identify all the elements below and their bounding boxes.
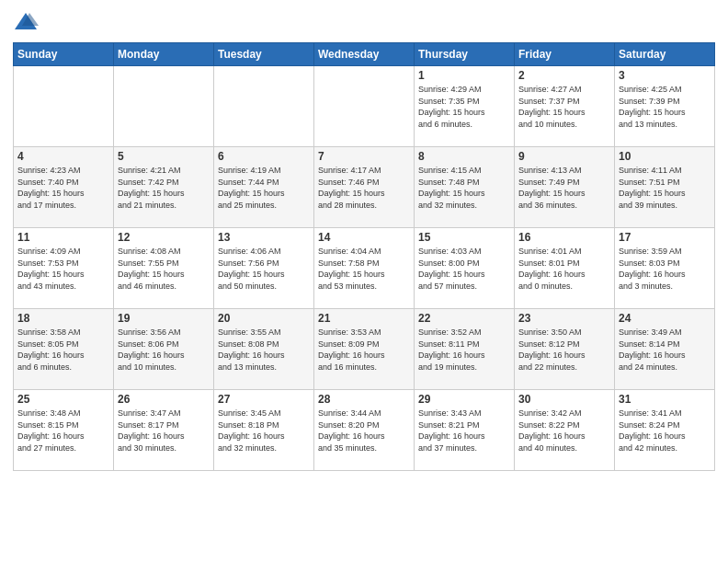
day-cell: 20Sunrise: 3:55 AM Sunset: 8:08 PM Dayli… [214, 309, 314, 390]
day-info: Sunrise: 3:52 AM Sunset: 8:11 PM Dayligh… [418, 327, 510, 373]
day-number: 16 [518, 231, 610, 244]
weekday-header-thursday: Thursday [415, 43, 515, 66]
day-number: 13 [218, 231, 310, 244]
day-number: 12 [118, 231, 210, 244]
day-number: 23 [518, 312, 610, 325]
day-cell: 16Sunrise: 4:01 AM Sunset: 8:01 PM Dayli… [515, 228, 615, 309]
day-cell: 9Sunrise: 4:13 AM Sunset: 7:49 PM Daylig… [515, 147, 615, 228]
weekday-header-sunday: Sunday [14, 43, 114, 66]
weekday-header-row: SundayMondayTuesdayWednesdayThursdayFrid… [14, 43, 715, 66]
day-info: Sunrise: 4:13 AM Sunset: 7:49 PM Dayligh… [518, 165, 610, 211]
day-info: Sunrise: 3:43 AM Sunset: 8:21 PM Dayligh… [418, 408, 510, 454]
day-number: 18 [17, 312, 109, 325]
day-info: Sunrise: 3:58 AM Sunset: 8:05 PM Dayligh… [17, 327, 109, 373]
day-info: Sunrise: 4:19 AM Sunset: 7:44 PM Dayligh… [218, 165, 310, 211]
day-cell: 1Sunrise: 4:29 AM Sunset: 7:35 PM Daylig… [415, 66, 515, 147]
day-number: 24 [619, 312, 711, 325]
day-cell: 6Sunrise: 4:19 AM Sunset: 7:44 PM Daylig… [214, 147, 314, 228]
logo-icon [13, 9, 39, 35]
day-cell [114, 66, 214, 147]
weekday-header-friday: Friday [515, 43, 615, 66]
day-info: Sunrise: 3:56 AM Sunset: 8:06 PM Dayligh… [118, 327, 210, 373]
day-number: 2 [518, 69, 610, 82]
day-cell: 19Sunrise: 3:56 AM Sunset: 8:06 PM Dayli… [114, 309, 214, 390]
day-info: Sunrise: 4:25 AM Sunset: 7:39 PM Dayligh… [619, 84, 711, 130]
day-number: 3 [619, 69, 711, 82]
day-number: 9 [518, 150, 610, 163]
day-number: 14 [318, 231, 410, 244]
day-number: 27 [218, 393, 310, 406]
day-cell: 18Sunrise: 3:58 AM Sunset: 8:05 PM Dayli… [14, 309, 114, 390]
day-number: 19 [118, 312, 210, 325]
day-cell: 5Sunrise: 4:21 AM Sunset: 7:42 PM Daylig… [114, 147, 214, 228]
day-number: 20 [218, 312, 310, 325]
calendar: SundayMondayTuesdayWednesdayThursdayFrid… [13, 42, 715, 471]
day-info: Sunrise: 3:53 AM Sunset: 8:09 PM Dayligh… [318, 327, 410, 373]
day-cell: 31Sunrise: 3:41 AM Sunset: 8:24 PM Dayli… [615, 390, 715, 471]
day-cell: 21Sunrise: 3:53 AM Sunset: 8:09 PM Dayli… [314, 309, 415, 390]
weekday-header-wednesday: Wednesday [314, 43, 415, 66]
day-info: Sunrise: 3:45 AM Sunset: 8:18 PM Dayligh… [218, 408, 310, 454]
day-cell: 13Sunrise: 4:06 AM Sunset: 7:56 PM Dayli… [214, 228, 314, 309]
day-info: Sunrise: 4:17 AM Sunset: 7:46 PM Dayligh… [318, 165, 410, 211]
day-number: 5 [118, 150, 210, 163]
day-number: 26 [118, 393, 210, 406]
day-cell: 22Sunrise: 3:52 AM Sunset: 8:11 PM Dayli… [415, 309, 515, 390]
weekday-header-tuesday: Tuesday [214, 43, 314, 66]
day-cell [214, 66, 314, 147]
day-cell: 26Sunrise: 3:47 AM Sunset: 8:17 PM Dayli… [114, 390, 214, 471]
day-number: 11 [17, 231, 109, 244]
day-number: 30 [518, 393, 610, 406]
page: SundayMondayTuesdayWednesdayThursdayFrid… [0, 0, 728, 563]
day-info: Sunrise: 3:55 AM Sunset: 8:08 PM Dayligh… [218, 327, 310, 373]
day-cell: 10Sunrise: 4:11 AM Sunset: 7:51 PM Dayli… [615, 147, 715, 228]
day-cell: 27Sunrise: 3:45 AM Sunset: 8:18 PM Dayli… [214, 390, 314, 471]
day-number: 10 [619, 150, 711, 163]
day-number: 1 [418, 69, 510, 82]
day-info: Sunrise: 3:48 AM Sunset: 8:15 PM Dayligh… [17, 408, 109, 454]
day-cell: 14Sunrise: 4:04 AM Sunset: 7:58 PM Dayli… [314, 228, 415, 309]
day-cell: 15Sunrise: 4:03 AM Sunset: 8:00 PM Dayli… [415, 228, 515, 309]
day-info: Sunrise: 4:29 AM Sunset: 7:35 PM Dayligh… [418, 84, 510, 130]
day-info: Sunrise: 4:08 AM Sunset: 7:55 PM Dayligh… [118, 246, 210, 292]
day-cell [14, 66, 114, 147]
day-cell: 25Sunrise: 3:48 AM Sunset: 8:15 PM Dayli… [14, 390, 114, 471]
day-number: 7 [318, 150, 410, 163]
day-number: 15 [418, 231, 510, 244]
day-info: Sunrise: 4:04 AM Sunset: 7:58 PM Dayligh… [318, 246, 410, 292]
weekday-header-monday: Monday [114, 43, 214, 66]
day-cell: 7Sunrise: 4:17 AM Sunset: 7:46 PM Daylig… [314, 147, 415, 228]
day-number: 22 [418, 312, 510, 325]
day-info: Sunrise: 4:27 AM Sunset: 7:37 PM Dayligh… [518, 84, 610, 130]
day-number: 8 [418, 150, 510, 163]
day-info: Sunrise: 3:42 AM Sunset: 8:22 PM Dayligh… [518, 408, 610, 454]
day-info: Sunrise: 4:23 AM Sunset: 7:40 PM Dayligh… [17, 165, 109, 211]
day-info: Sunrise: 4:06 AM Sunset: 7:56 PM Dayligh… [218, 246, 310, 292]
day-number: 6 [218, 150, 310, 163]
week-row-4: 18Sunrise: 3:58 AM Sunset: 8:05 PM Dayli… [14, 309, 715, 390]
weekday-header-saturday: Saturday [615, 43, 715, 66]
day-info: Sunrise: 3:59 AM Sunset: 8:03 PM Dayligh… [619, 246, 711, 292]
week-row-2: 4Sunrise: 4:23 AM Sunset: 7:40 PM Daylig… [14, 147, 715, 228]
day-cell: 28Sunrise: 3:44 AM Sunset: 8:20 PM Dayli… [314, 390, 415, 471]
day-number: 4 [17, 150, 109, 163]
day-number: 25 [17, 393, 109, 406]
day-info: Sunrise: 4:01 AM Sunset: 8:01 PM Dayligh… [518, 246, 610, 292]
day-info: Sunrise: 3:44 AM Sunset: 8:20 PM Dayligh… [318, 408, 410, 454]
day-number: 31 [619, 393, 711, 406]
day-info: Sunrise: 4:11 AM Sunset: 7:51 PM Dayligh… [619, 165, 711, 211]
day-number: 21 [318, 312, 410, 325]
day-info: Sunrise: 4:09 AM Sunset: 7:53 PM Dayligh… [17, 246, 109, 292]
day-cell: 24Sunrise: 3:49 AM Sunset: 8:14 PM Dayli… [615, 309, 715, 390]
week-row-3: 11Sunrise: 4:09 AM Sunset: 7:53 PM Dayli… [14, 228, 715, 309]
day-info: Sunrise: 3:49 AM Sunset: 8:14 PM Dayligh… [619, 327, 711, 373]
day-cell [314, 66, 415, 147]
day-info: Sunrise: 3:41 AM Sunset: 8:24 PM Dayligh… [619, 408, 711, 454]
day-info: Sunrise: 3:47 AM Sunset: 8:17 PM Dayligh… [118, 408, 210, 454]
day-number: 29 [418, 393, 510, 406]
day-cell: 3Sunrise: 4:25 AM Sunset: 7:39 PM Daylig… [615, 66, 715, 147]
day-info: Sunrise: 3:50 AM Sunset: 8:12 PM Dayligh… [518, 327, 610, 373]
header [13, 9, 715, 35]
day-number: 28 [318, 393, 410, 406]
day-cell: 8Sunrise: 4:15 AM Sunset: 7:48 PM Daylig… [415, 147, 515, 228]
